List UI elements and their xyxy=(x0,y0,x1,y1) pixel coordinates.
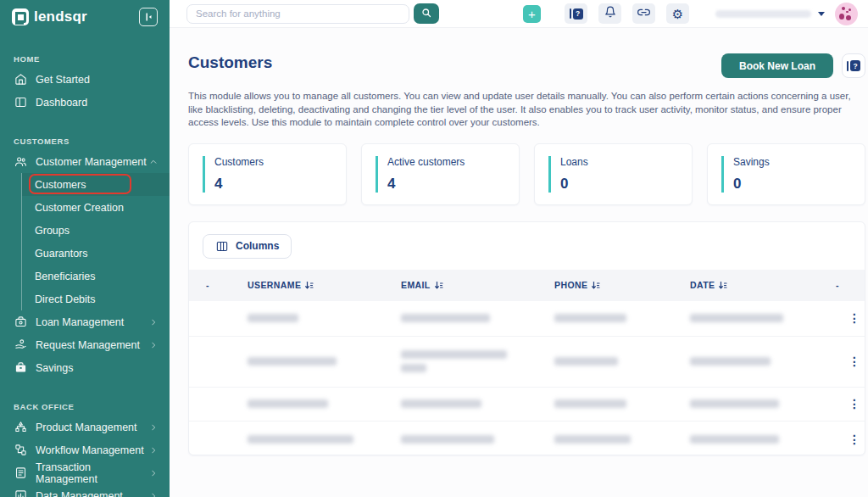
sidebar-item-loan-management[interactable]: Loan Management xyxy=(0,310,170,333)
sidebar-item-transaction-management[interactable]: Transaction Management xyxy=(0,461,170,484)
email-cell-redacted xyxy=(401,399,554,408)
page-header-actions: Book New Loan ? xyxy=(721,53,865,78)
sidebar-item-get-started[interactable]: Get Started xyxy=(0,68,170,91)
sidebar-item-customer-management[interactable]: Customer Management xyxy=(0,150,170,173)
column-header-username[interactable]: USERNAME xyxy=(248,280,401,290)
chevron-right-icon xyxy=(149,341,158,349)
link-icon xyxy=(637,6,650,22)
notifications-button[interactable] xyxy=(598,3,621,24)
logo-row: lendsqr xyxy=(0,0,170,26)
sidebar-item-label: Direct Debits xyxy=(35,293,96,305)
row-menu-kebab-icon[interactable]: ⋮ xyxy=(836,355,865,367)
avatar[interactable] xyxy=(835,3,858,25)
docs-icon: ? xyxy=(847,60,860,71)
product-icon xyxy=(14,421,27,434)
stat-value: 4 xyxy=(214,176,334,193)
stat-cards: Customers 4 Active customers 4 Loans 0 S… xyxy=(188,143,865,205)
bell-icon xyxy=(604,6,616,21)
row-menu-kebab-icon[interactable]: ⋮ xyxy=(836,433,865,445)
search-input[interactable] xyxy=(186,4,409,24)
sidebar-item-label: Loan Management xyxy=(36,316,124,328)
link-button[interactable] xyxy=(632,3,655,24)
chevron-right-icon xyxy=(149,423,158,432)
chevron-right-icon xyxy=(149,492,158,497)
row-menu-kebab-icon[interactable]: ⋮ xyxy=(836,312,865,324)
topbar: + ? ⚙ xyxy=(170,0,868,28)
phone-cell-redacted xyxy=(554,435,690,444)
columns-button-label: Columns xyxy=(236,240,279,252)
stat-card-customers: Customers 4 xyxy=(188,143,347,205)
sidebar-item-dashboard[interactable]: Dashboard xyxy=(0,91,170,114)
sidebar-subitem-guarantors[interactable]: Guarantors xyxy=(22,242,170,265)
chevron-up-icon xyxy=(149,158,158,166)
stat-label: Active customers xyxy=(387,156,507,168)
sidebar-subitem-customer-creation[interactable]: Customer Creation xyxy=(22,196,170,219)
loan-icon xyxy=(14,316,27,329)
chevron-right-icon xyxy=(149,469,158,477)
sidebar-subitem-groups[interactable]: Groups xyxy=(22,219,170,242)
stat-label: Savings xyxy=(733,156,853,168)
settings-button[interactable]: ⚙ xyxy=(666,3,689,24)
sidebar-item-product-management[interactable]: Product Management xyxy=(0,416,170,438)
chevron-right-icon xyxy=(149,446,158,455)
column-header-email[interactable]: EMAIL xyxy=(401,280,554,290)
stat-card-loans: Loans 0 xyxy=(534,143,693,205)
help-docs-button[interactable]: ? xyxy=(842,53,865,78)
sort-icon[interactable] xyxy=(435,281,443,290)
column-header-select: - xyxy=(189,280,248,290)
chevron-right-icon xyxy=(149,318,158,327)
sidebar-collapse-button[interactable] xyxy=(139,8,158,26)
stat-label: Loans xyxy=(560,156,680,168)
column-header-phone[interactable]: PHONE xyxy=(554,280,690,290)
page-description: This module allows you to manage all cus… xyxy=(188,90,865,130)
table-row[interactable]: ⋮ xyxy=(189,336,865,387)
data-icon xyxy=(14,489,27,497)
stat-value: 4 xyxy=(387,176,507,193)
sidebar-item-label: Savings xyxy=(36,362,73,374)
email-cell-redacted xyxy=(401,314,554,322)
sidebar-item-data-management[interactable]: Data Management xyxy=(0,484,170,497)
table-row[interactable]: ⋮ xyxy=(189,301,865,336)
table-header-row: - USERNAME EMAIL PHONE xyxy=(189,270,865,301)
stat-label: Customers xyxy=(214,156,334,168)
brand-name: lendsqr xyxy=(34,8,87,25)
search-button[interactable] xyxy=(414,3,439,24)
row-menu-kebab-icon[interactable]: ⋮ xyxy=(836,398,865,410)
username-cell-redacted xyxy=(248,357,401,366)
sidebar-item-savings[interactable]: Savings xyxy=(0,356,170,379)
table-row[interactable]: ⋮ xyxy=(189,421,865,455)
columns-button[interactable]: Columns xyxy=(203,234,292,259)
sidebar-subitem-beneficiaries[interactable]: Beneficiaries xyxy=(22,265,170,288)
book-new-loan-button[interactable]: Book New Loan xyxy=(721,53,833,78)
user-menu-caret-icon[interactable] xyxy=(818,12,825,16)
transaction-icon xyxy=(14,466,27,480)
sidebar-item-label: Transaction Management xyxy=(36,461,149,485)
sidebar-subitem-direct-debits[interactable]: Direct Debits xyxy=(22,288,170,310)
phone-cell-redacted xyxy=(554,357,690,366)
email-cell-redacted xyxy=(401,350,554,372)
column-header-actions: - xyxy=(836,280,865,290)
docs-button[interactable]: ? xyxy=(565,3,587,24)
table-row[interactable]: ⋮ xyxy=(189,387,865,421)
sidebar-item-workflow-management[interactable]: Workflow Management xyxy=(0,438,170,461)
sort-icon[interactable] xyxy=(305,281,314,290)
sort-icon[interactable] xyxy=(719,281,727,290)
username-cell-redacted xyxy=(248,314,401,322)
stat-value: 0 xyxy=(733,176,853,193)
stat-card-savings: Savings 0 xyxy=(707,143,865,205)
sort-icon[interactable] xyxy=(592,281,600,290)
page-header: Customers Book New Loan ? xyxy=(188,53,865,78)
phone-cell-redacted xyxy=(554,399,690,408)
column-header-date[interactable]: DATE xyxy=(690,280,836,290)
add-button[interactable]: + xyxy=(523,5,541,23)
username-cell-redacted xyxy=(248,435,401,444)
users-icon xyxy=(14,155,27,169)
sidebar-item-request-management[interactable]: Request Management xyxy=(0,333,170,356)
sidebar-item-label: Data Management xyxy=(36,490,123,497)
date-cell-redacted xyxy=(690,435,836,444)
sidebar-item-label: Customers xyxy=(35,179,86,191)
savings-icon xyxy=(14,361,27,375)
main-content: Customers Book New Loan ? This module al… xyxy=(170,28,868,497)
sidebar-item-label: Customer Creation xyxy=(35,202,124,214)
sidebar-subitem-customers[interactable]: Customers xyxy=(22,173,170,196)
